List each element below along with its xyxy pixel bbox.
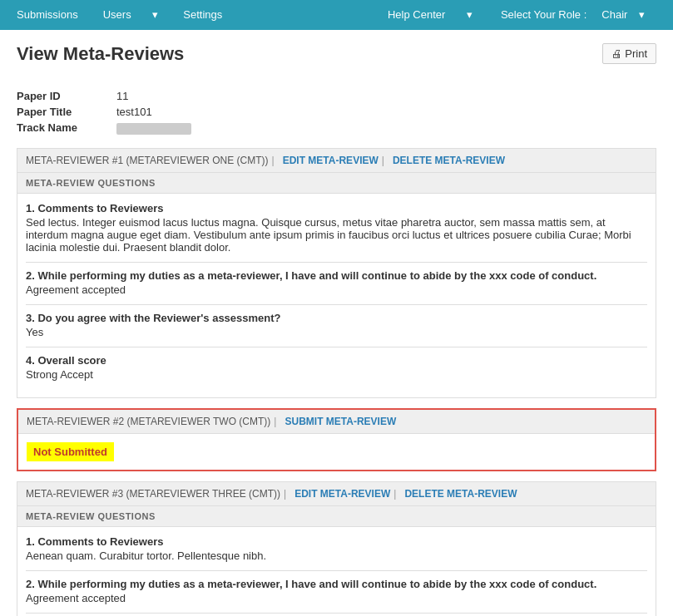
not-submitted-label: Not Submitted	[27, 442, 114, 461]
reviewer-section-2: META-REVIEWER #2 (METAREVIEWER TWO (CMT)…	[17, 408, 656, 471]
questions-header-1: META-REVIEW QUESTIONS	[17, 173, 656, 194]
question-answer-1-1: Agreement accepted	[26, 283, 647, 296]
question-block-1-3: 4. Overall scoreStrong Accept	[26, 354, 647, 381]
reviewer-section-1: META-REVIEWER #1 (METAREVIEWER ONE (CMT)…	[17, 148, 656, 398]
nav-users[interactable]: Users ▾	[87, 0, 176, 30]
help-dropdown-icon: ▾	[458, 8, 481, 21]
track-redacted	[116, 123, 191, 135]
paper-id-label: Paper ID	[17, 88, 116, 104]
reviewer-header-3: META-REVIEWER #3 (METAREVIEWER THREE (CM…	[17, 482, 656, 506]
nav-submissions[interactable]: Submissions	[8, 0, 87, 30]
question-divider	[26, 570, 647, 571]
reviewer-header-2: META-REVIEWER #2 (METAREVIEWER TWO (CMT)…	[18, 410, 655, 434]
paper-title-label: Paper Title	[17, 104, 116, 120]
reviewer-link-delete-1[interactable]: DELETE META-REVIEW	[393, 155, 505, 166]
question-block-1-2: 3. Do you agree with the Reviewer's asse…	[26, 312, 647, 338]
reviewer-name-1: META-REVIEWER #1 (METAREVIEWER ONE (CMT)…	[26, 155, 269, 166]
not-submitted-badge-2: Not Submitted	[18, 434, 655, 470]
paper-title-value: test101	[116, 104, 191, 120]
main-content: View Meta-Reviews 🖨 Print Paper ID 11 Pa…	[0, 30, 673, 616]
reviewer-link-edit-1[interactable]: EDIT META-REVIEW	[283, 155, 379, 166]
separator-icon: |	[274, 416, 276, 427]
reviewer-link-edit-3[interactable]: EDIT META-REVIEW	[294, 488, 390, 500]
reviewer-header-1: META-REVIEWER #1 (METAREVIEWER ONE (CMT)…	[17, 149, 656, 173]
paper-track-row: Track Name	[17, 120, 191, 136]
reviewer-name-2: META-REVIEWER #2 (METAREVIEWER TWO (CMT)…	[27, 416, 270, 427]
role-selector[interactable]: Chair ▾	[590, 0, 656, 30]
nav-help-center[interactable]: Help Center ▾	[371, 0, 489, 30]
question-title-3-1: 2. While performing my duties as a meta-…	[26, 578, 647, 590]
print-button[interactable]: 🖨 Print	[602, 43, 656, 64]
nav-settings[interactable]: Settings	[175, 0, 230, 30]
paper-track-value	[116, 120, 191, 136]
separator-icon: |	[393, 488, 396, 500]
question-answer-1-2: Yes	[26, 326, 647, 338]
printer-icon: 🖨	[611, 47, 622, 60]
question-divider	[26, 262, 647, 263]
questions-header-3: META-REVIEW QUESTIONS	[17, 506, 656, 527]
question-answer-1-3: Strong Accept	[26, 368, 647, 381]
separator-icon: |	[272, 155, 275, 166]
question-title-1-1: 2. While performing my duties as a meta-…	[26, 269, 647, 282]
reviewer-section-3: META-REVIEWER #3 (METAREVIEWER THREE (CM…	[17, 481, 656, 616]
question-title-1-3: 4. Overall score	[26, 354, 647, 367]
select-role-label: Select Your Role :	[497, 0, 590, 30]
users-dropdown-icon: ▾	[144, 8, 166, 21]
question-block-1-1: 2. While performing my duties as a meta-…	[26, 269, 647, 296]
role-dropdown-icon: ▾	[636, 8, 648, 21]
question-block-3-1: 2. While performing my duties as a meta-…	[26, 578, 647, 604]
paper-info: Paper ID 11 Paper Title test101 Track Na…	[17, 88, 656, 136]
question-divider	[26, 347, 647, 347]
questions-section-3: META-REVIEW QUESTIONS1. Comments to Revi…	[17, 506, 656, 616]
question-answer-3-1: Agreement accepted	[26, 592, 647, 604]
reviewer-name-3: META-REVIEWER #3 (METAREVIEWER THREE (CM…	[26, 488, 280, 500]
paper-track-label: Track Name	[17, 120, 116, 136]
reviewer-link-delete-3[interactable]: DELETE META-REVIEW	[404, 488, 517, 500]
question-block-3-0: 1. Comments to ReviewersAenean quam. Cur…	[26, 535, 647, 562]
role-section: Select Your Role : Chair ▾	[489, 0, 665, 30]
question-answer-3-0: Aenean quam. Curabitur tortor. Pellentes…	[26, 549, 647, 562]
paper-id-row: Paper ID 11	[17, 88, 191, 104]
questions-section-1: META-REVIEW QUESTIONS1. Comments to Revi…	[17, 173, 656, 397]
reviewers-container: META-REVIEWER #1 (METAREVIEWER ONE (CMT)…	[17, 148, 656, 616]
page-title: View Meta-Reviews	[17, 43, 184, 65]
print-btn-area: 🖨 Print	[602, 43, 656, 64]
separator-icon: |	[382, 155, 384, 166]
separator-icon: |	[284, 488, 286, 500]
question-title-3-0: 1. Comments to Reviewers	[26, 535, 647, 548]
question-divider	[26, 304, 647, 305]
question-answer-1-0: Sed lectus. Integer euismod lacus luctus…	[26, 216, 647, 254]
question-title-1-2: 3. Do you agree with the Reviewer's asse…	[26, 312, 647, 324]
question-divider	[26, 613, 647, 614]
navbar: Submissions Users ▾ Settings Help Center…	[0, 0, 673, 30]
reviewer-link-submit-2[interactable]: SUBMIT META-REVIEW	[285, 416, 396, 427]
question-title-1-0: 1. Comments to Reviewers	[26, 202, 647, 214]
paper-id-value: 11	[116, 88, 191, 104]
paper-title-row: Paper Title test101	[17, 104, 191, 120]
question-block-1-0: 1. Comments to ReviewersSed lectus. Inte…	[26, 202, 647, 254]
